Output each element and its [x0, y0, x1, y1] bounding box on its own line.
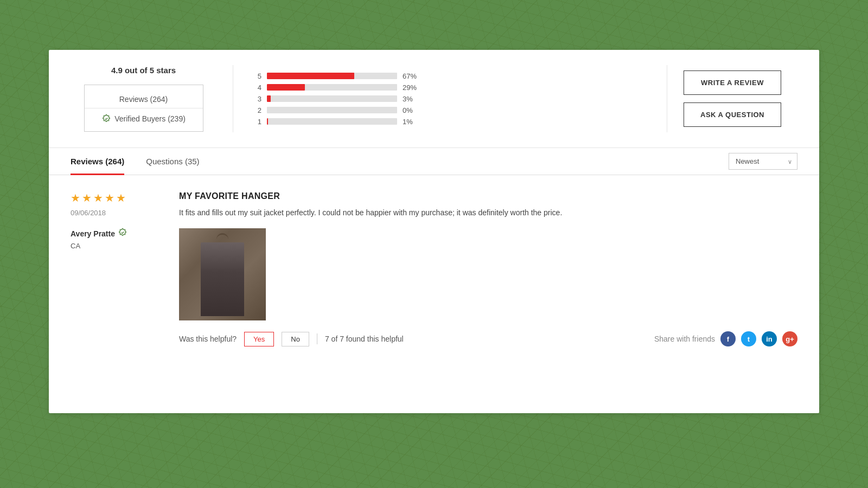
- bar-label-3: 3: [255, 95, 261, 103]
- helpful-label: Was this helpful?: [179, 335, 237, 343]
- suit-image: [179, 228, 266, 320]
- twitter-icon[interactable]: t: [741, 331, 756, 346]
- reviewer-info: ★ ★ ★ ★ ★ 09/06/2018 Avery Pratte: [71, 191, 157, 346]
- star-5: ★: [116, 191, 126, 204]
- bar-track-3: [267, 95, 397, 102]
- main-card: 4.9 out of 5 stars Reviews (264) Verifie…: [49, 50, 819, 413]
- star-2: ★: [82, 191, 92, 204]
- bar-pct-2: 0%: [403, 106, 422, 114]
- helpful-no-button[interactable]: No: [282, 332, 309, 346]
- bar-pct-3: 3%: [403, 95, 422, 103]
- bar-label-1: 1: [255, 118, 261, 126]
- bar-track-2: [267, 107, 397, 113]
- verified-icon: [101, 114, 111, 124]
- star-4: ★: [105, 191, 114, 204]
- reviewer-name: Avery Pratte: [71, 228, 157, 240]
- reviewer-verified-icon: [118, 228, 127, 240]
- review-item: ★ ★ ★ ★ ★ 09/06/2018 Avery Pratte: [71, 191, 797, 346]
- bar-pct-1: 1%: [403, 118, 422, 126]
- ask-question-button[interactable]: ASK A QUESTION: [684, 102, 781, 127]
- bar-label-4: 4: [255, 84, 261, 92]
- helpful-divider: [317, 333, 317, 344]
- bar-label-5: 5: [255, 72, 261, 80]
- googleplus-icon[interactable]: g+: [782, 331, 797, 346]
- bar-row-2: 2 0%: [255, 106, 645, 114]
- bar-track-4: [267, 84, 397, 91]
- bar-pct-4: 29%: [403, 84, 422, 92]
- share-label: Share with friends: [654, 335, 715, 343]
- star-3: ★: [93, 191, 103, 204]
- stars-row: ★ ★ ★ ★ ★: [71, 191, 157, 204]
- review-body: It fits and fills out my suit jacket per…: [179, 207, 797, 219]
- star-bars: 5 67% 4 29% 3 3% 2: [233, 65, 667, 132]
- bar-row-5: 5 67%: [255, 72, 645, 80]
- bar-row-1: 1 1%: [255, 118, 645, 126]
- rating-title: 4.9 out of 5 stars: [111, 66, 176, 75]
- write-review-button[interactable]: WRITE A REVIEW: [684, 70, 781, 95]
- verified-buyers-label: Verified Buyers (239): [114, 114, 186, 123]
- rating-summary: 4.9 out of 5 stars Reviews (264) Verifie…: [71, 65, 233, 132]
- linkedin-icon[interactable]: in: [762, 331, 777, 346]
- bar-fill-5: [267, 73, 354, 79]
- bar-label-2: 2: [255, 106, 261, 114]
- bar-fill-4: [267, 84, 305, 91]
- verified-buyers-row: Verified Buyers (239): [85, 108, 203, 126]
- tabs-section: Reviews (264) Questions (35) Newest Olde…: [49, 148, 819, 175]
- review-content: MY FAVORITE HANGER It fits and fills out…: [179, 191, 797, 346]
- review-date: 09/06/2018: [71, 209, 157, 217]
- share-section: Share with friends f t in g+: [654, 331, 797, 346]
- actions-section: WRITE A REVIEW ASK A QUESTION: [667, 65, 797, 132]
- sort-section: Newest Oldest Most Helpful Highest Rated…: [729, 153, 797, 170]
- bar-fill-3: [267, 95, 271, 102]
- helpful-yes-button[interactable]: Yes: [244, 332, 274, 346]
- bar-pct-5: 67%: [403, 72, 422, 80]
- helpful-count: 7 of 7 found this helpful: [325, 335, 404, 343]
- helpful-row: Was this helpful? Yes No 7 of 7 found th…: [179, 331, 797, 346]
- bar-track-1: [267, 118, 397, 125]
- summary-section: 4.9 out of 5 stars Reviews (264) Verifie…: [49, 50, 819, 148]
- reviews-box: Reviews (264) Verified Buyers (239): [84, 85, 203, 132]
- reviewer-location: CA: [71, 242, 157, 250]
- tab-reviews[interactable]: Reviews (264): [71, 148, 124, 175]
- sort-wrapper: Newest Oldest Most Helpful Highest Rated…: [729, 153, 797, 170]
- bar-fill-1: [267, 118, 268, 125]
- reviews-content: ★ ★ ★ ★ ★ 09/06/2018 Avery Pratte: [49, 175, 819, 363]
- review-image: [179, 228, 266, 320]
- sort-select[interactable]: Newest Oldest Most Helpful Highest Rated…: [729, 153, 797, 170]
- bar-track-5: [267, 73, 397, 79]
- bar-row-3: 3 3%: [255, 95, 645, 103]
- review-title: MY FAVORITE HANGER: [179, 191, 797, 201]
- star-1: ★: [71, 191, 80, 204]
- bar-row-4: 4 29%: [255, 84, 645, 92]
- facebook-icon[interactable]: f: [720, 331, 736, 346]
- tab-questions[interactable]: Questions (35): [146, 148, 199, 175]
- reviews-count: Reviews (264): [85, 91, 203, 108]
